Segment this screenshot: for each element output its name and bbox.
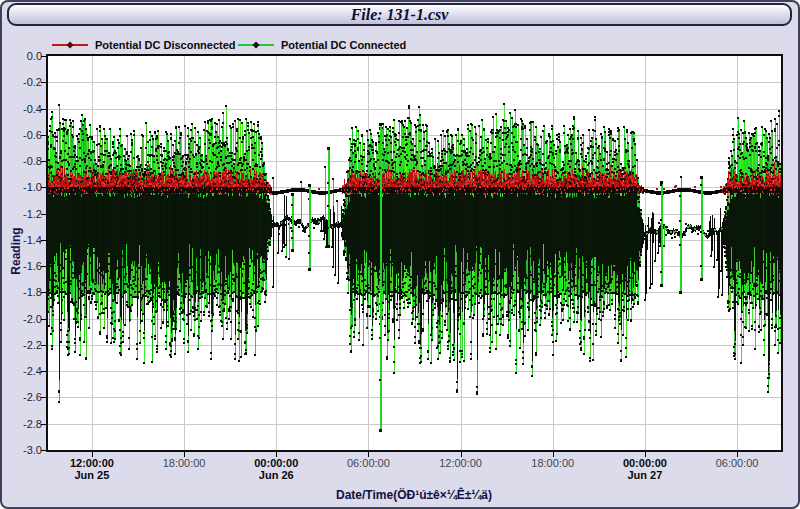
y-tick-mark [41,135,46,136]
y-tick-label: -2.4 [4,365,42,377]
y-tick-label: -1.2 [4,208,42,220]
y-tick-label: -2.0 [4,313,42,325]
x-tick-label: 00:00:00Jun 27 [623,457,667,481]
y-tick-mark [41,371,46,372]
legend-line-connected [238,44,274,46]
legend-item-connected[interactable]: Potential DC Connected [238,38,406,52]
title-bar: File: 131-1.csv [7,3,792,26]
legend-marker-disconnected-icon [66,41,73,48]
legend-label-connected: Potential DC Connected [281,39,406,51]
chart-window: File: 131-1.csv Potential DC Disconnecte… [0,0,800,509]
y-tick-mark [41,82,46,83]
x-tick-label: 06:00:00 [347,457,390,469]
y-tick-mark [41,319,46,320]
y-tick-mark [41,292,46,293]
y-tick-mark [41,240,46,241]
y-tick-mark [41,397,46,398]
x-tick-label: 00:00:00Jun 26 [254,457,298,481]
y-tick-mark [41,187,46,188]
y-tick-mark [41,450,46,451]
x-tick-label: 06:00:00 [716,457,759,469]
y-tick-label: -1.4 [4,234,42,246]
y-tick-label: 0.0 [4,50,42,62]
y-tick-mark [41,56,46,57]
y-tick-label: -0.8 [4,155,42,167]
y-tick-label: -0.2 [4,76,42,88]
y-tick-label: -2.8 [4,418,42,430]
legend-label-disconnected: Potential DC Disconnected [95,39,236,51]
y-tick-mark [41,266,46,267]
y-tick-mark [41,109,46,110]
y-tick-mark [41,424,46,425]
y-tick-label: -1.8 [4,286,42,298]
y-tick-label: -3.0 [4,444,42,456]
legend-item-disconnected[interactable]: Potential DC Disconnected [52,38,236,52]
x-tick-label: 12:00:00Jun 25 [70,457,114,481]
legend-marker-connected-icon [252,41,259,48]
y-tick-label: -0.6 [4,129,42,141]
y-tick-label: -1.6 [4,260,42,272]
y-tick-mark [41,345,46,346]
y-tick-label: -1.0 [4,181,42,193]
y-tick-mark [41,214,46,215]
y-tick-label: -0.4 [4,103,42,115]
plot-area[interactable] [46,54,783,452]
x-tick-label: 12:00:00 [439,457,482,469]
y-tick-mark [41,161,46,162]
legend-line-disconnected [52,44,88,46]
chart-title: File: 131-1.csv [351,6,449,24]
y-tick-label: -2.6 [4,391,42,403]
x-tick-label: 18:00:00 [531,457,574,469]
x-tick-label: 18:00:00 [163,457,206,469]
y-tick-label: -2.2 [4,339,42,351]
x-axis-title: Date/Time(ÖÐ¹ú±ê×¼Ê±¼ä) [336,488,492,502]
